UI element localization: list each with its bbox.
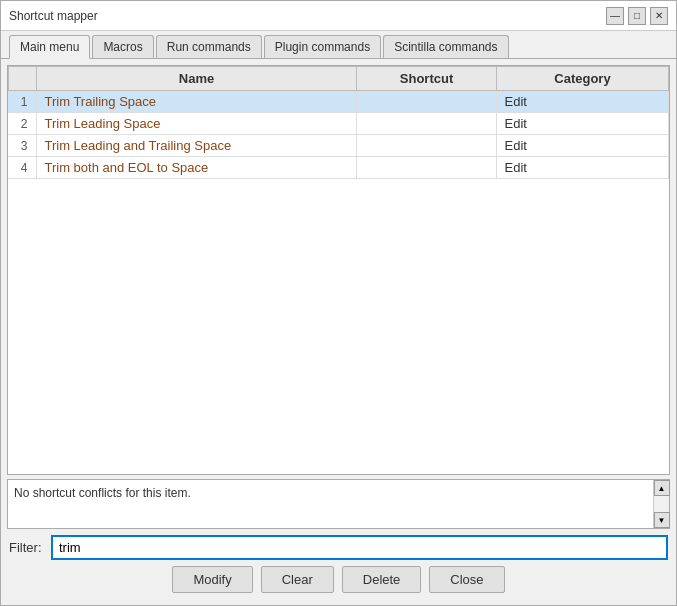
tab-macros[interactable]: Macros (92, 35, 153, 58)
shortcut-table-wrapper: Name Shortcut Category (7, 65, 670, 475)
button-row: Modify Clear Delete Close (7, 566, 670, 599)
minimize-button[interactable]: — (606, 7, 624, 25)
col-header-category: Category (497, 67, 669, 91)
row-num: 2 (8, 113, 36, 135)
status-text: No shortcut conflicts for this item. (14, 484, 191, 500)
row-name: Trim Leading Space (36, 113, 356, 135)
table-row[interactable]: 2Trim Leading SpaceEdit (8, 113, 669, 135)
row-name: Trim both and EOL to Space (36, 157, 356, 179)
table-row[interactable]: 3Trim Leading and Trailing SpaceEdit (8, 135, 669, 157)
row-name: Trim Trailing Space (36, 91, 356, 113)
row-num: 3 (8, 135, 36, 157)
col-header-name: Name (37, 67, 357, 91)
row-category: Edit (496, 91, 669, 113)
status-bar: No shortcut conflicts for this item. ▲ ▼ (7, 479, 670, 529)
window-title: Shortcut mapper (9, 9, 98, 23)
shortcut-table: Name Shortcut Category (8, 66, 669, 91)
scroll-down-button[interactable]: ▼ (654, 512, 670, 528)
title-controls: — □ ✕ (606, 7, 668, 25)
tab-plugin-commands[interactable]: Plugin commands (264, 35, 381, 58)
close-window-button[interactable]: ✕ (650, 7, 668, 25)
status-scrollbar: ▲ ▼ (653, 480, 669, 528)
tab-run-commands[interactable]: Run commands (156, 35, 262, 58)
tab-bar: Main menu Macros Run commands Plugin com… (1, 31, 676, 59)
row-shortcut (356, 91, 496, 113)
clear-button[interactable]: Clear (261, 566, 334, 593)
row-num: 4 (8, 157, 36, 179)
filter-label: Filter: (9, 540, 45, 555)
title-bar: Shortcut mapper — □ ✕ (1, 1, 676, 31)
maximize-button[interactable]: □ (628, 7, 646, 25)
row-shortcut (356, 157, 496, 179)
shortcut-mapper-window: Shortcut mapper — □ ✕ Main menu Macros R… (0, 0, 677, 606)
row-shortcut (356, 135, 496, 157)
scroll-up-button[interactable]: ▲ (654, 480, 670, 496)
tab-scintilla-commands[interactable]: Scintilla commands (383, 35, 508, 58)
col-header-shortcut: Shortcut (357, 67, 497, 91)
modify-button[interactable]: Modify (172, 566, 252, 593)
row-num: 1 (8, 91, 36, 113)
delete-button[interactable]: Delete (342, 566, 422, 593)
row-category: Edit (496, 135, 669, 157)
row-category: Edit (496, 113, 669, 135)
row-category: Edit (496, 157, 669, 179)
row-shortcut (356, 113, 496, 135)
tab-main-menu[interactable]: Main menu (9, 35, 90, 59)
table-row[interactable]: 1Trim Trailing SpaceEdit (8, 91, 669, 113)
content-area: Name Shortcut Category (1, 59, 676, 605)
table-row[interactable]: 4Trim both and EOL to SpaceEdit (8, 157, 669, 179)
filter-row: Filter: (7, 535, 670, 560)
row-name: Trim Leading and Trailing Space (36, 135, 356, 157)
shortcut-table-body: 1Trim Trailing SpaceEdit2Trim Leading Sp… (8, 91, 669, 179)
filter-input[interactable] (51, 535, 668, 560)
col-header-num (9, 67, 37, 91)
close-button[interactable]: Close (429, 566, 504, 593)
